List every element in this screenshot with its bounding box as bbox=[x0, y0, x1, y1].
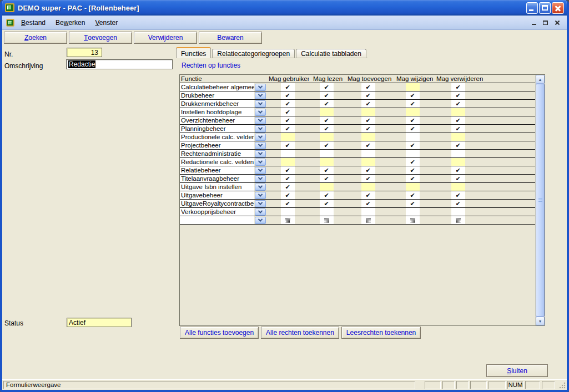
row-dropdown-button[interactable] bbox=[255, 200, 266, 207]
tab-relatiecategoriegroepen[interactable]: Relatiecategoriegroepen bbox=[212, 49, 295, 58]
perm-cell-mag-gebruiken[interactable] bbox=[266, 141, 309, 149]
mdi-close-icon[interactable] bbox=[555, 20, 560, 26]
perm-cell-mag-gebruiken[interactable] bbox=[266, 116, 309, 124]
perm-cell-mag-verwijderen[interactable] bbox=[433, 91, 483, 99]
perm-cell-mag-verwijderen[interactable] bbox=[433, 158, 483, 166]
perm-cell-mag-gebruiken[interactable] bbox=[266, 133, 309, 141]
verwijderen-button[interactable]: Verwijderen bbox=[134, 32, 197, 44]
perm-cell-mag-toevoegen[interactable] bbox=[344, 141, 392, 149]
zoeken-button[interactable]: Zoeken bbox=[4, 32, 67, 44]
perm-cell-mag-toevoegen[interactable] bbox=[344, 175, 392, 182]
tab-functies[interactable]: Functies bbox=[176, 47, 211, 58]
omschrijving-field[interactable]: Redactie bbox=[66, 59, 173, 69]
perm-cell-mag-toevoegen[interactable] bbox=[344, 208, 392, 216]
row-dropdown-button[interactable] bbox=[255, 117, 266, 124]
row-dropdown-button[interactable] bbox=[255, 150, 266, 157]
perm-cell-mag-toevoegen[interactable] bbox=[344, 133, 392, 141]
close-button[interactable] bbox=[552, 2, 564, 14]
perm-cell-mag-toevoegen[interactable] bbox=[344, 108, 392, 116]
perm-cell-mag-verwijderen[interactable] bbox=[433, 191, 483, 199]
perm-cell-mag-verwijderen[interactable] bbox=[433, 125, 483, 133]
perm-cell-mag-wijzigen[interactable] bbox=[392, 133, 433, 141]
resize-grip-icon[interactable] bbox=[558, 381, 566, 389]
perm-cell-mag-lezen[interactable] bbox=[309, 150, 344, 157]
perm-cell-mag-lezen[interactable] bbox=[309, 158, 344, 166]
perm-cell-mag-wijzigen[interactable] bbox=[392, 125, 433, 133]
perm-cell-mag-toevoegen[interactable] bbox=[344, 116, 392, 124]
perm-cell-mag-wijzigen[interactable] bbox=[392, 91, 433, 99]
tab-calculatie-tabbladen[interactable]: Calculatie tabbladen bbox=[296, 49, 366, 58]
row-dropdown-button[interactable] bbox=[255, 142, 266, 149]
perm-cell-mag-toevoegen[interactable] bbox=[344, 91, 392, 99]
perm-cell-mag-toevoegen[interactable] bbox=[344, 183, 392, 191]
perm-cell-mag-wijzigen[interactable] bbox=[392, 158, 433, 166]
perm-cell-mag-wijzigen[interactable] bbox=[392, 108, 433, 116]
perm-cell-mag-lezen[interactable] bbox=[309, 175, 344, 182]
row-dropdown-button[interactable] bbox=[255, 208, 266, 216]
perm-cell-mag-wijzigen[interactable] bbox=[392, 208, 433, 216]
scrollbar-thumb[interactable] bbox=[536, 84, 545, 317]
perm-cell-mag-lezen[interactable] bbox=[309, 108, 344, 116]
perm-cell-mag-gebruiken[interactable] bbox=[266, 208, 309, 216]
minimize-button[interactable] bbox=[526, 2, 538, 14]
perm-cell-mag-verwijderen[interactable] bbox=[433, 150, 483, 157]
perm-cell-mag-wijzigen[interactable] bbox=[392, 100, 433, 108]
alle-functies-toevoegen-button[interactable]: Alle functies toevoegen bbox=[180, 327, 259, 339]
perm-cell-mag-gebruiken[interactable] bbox=[266, 166, 309, 174]
perm-cell-mag-toevoegen[interactable] bbox=[344, 83, 392, 91]
perm-cell-mag-gebruiken[interactable] bbox=[266, 83, 309, 91]
perm-cell-mag-lezen[interactable] bbox=[309, 100, 344, 108]
perm-cell-mag-lezen[interactable] bbox=[309, 125, 344, 133]
scroll-down-icon[interactable]: ▼ bbox=[536, 317, 545, 325]
perm-cell-mag-gebruiken[interactable] bbox=[266, 216, 309, 224]
row-dropdown-button[interactable] bbox=[255, 192, 266, 199]
perm-cell-mag-toevoegen[interactable] bbox=[344, 158, 392, 166]
perm-cell-mag-wijzigen[interactable] bbox=[392, 200, 433, 207]
perm-cell-mag-verwijderen[interactable] bbox=[433, 166, 483, 174]
row-dropdown-button[interactable] bbox=[255, 134, 266, 141]
table-scrollbar[interactable]: ▲ ▼ bbox=[535, 75, 545, 325]
perm-cell-mag-verwijderen[interactable] bbox=[433, 183, 483, 191]
row-dropdown-button[interactable] bbox=[255, 125, 266, 133]
perm-cell-mag-verwijderen[interactable] bbox=[433, 83, 483, 91]
row-dropdown-button[interactable] bbox=[255, 100, 266, 108]
perm-cell-mag-gebruiken[interactable] bbox=[266, 108, 309, 116]
bewaren-button[interactable]: Bewaren bbox=[199, 32, 262, 44]
perm-cell-mag-wijzigen[interactable] bbox=[392, 183, 433, 191]
perm-cell-mag-wijzigen[interactable] bbox=[392, 83, 433, 91]
perm-cell-mag-lezen[interactable] bbox=[309, 91, 344, 99]
menu-item-venster[interactable]: Venster bbox=[90, 17, 123, 28]
maximize-button[interactable] bbox=[539, 2, 551, 14]
perm-cell-mag-verwijderen[interactable] bbox=[433, 133, 483, 141]
perm-cell-mag-lezen[interactable] bbox=[309, 208, 344, 216]
perm-cell-mag-verwijderen[interactable] bbox=[433, 108, 483, 116]
perm-cell-mag-wijzigen[interactable] bbox=[392, 191, 433, 199]
perm-cell-mag-verwijderen[interactable] bbox=[433, 216, 483, 224]
perm-cell-mag-toevoegen[interactable] bbox=[344, 150, 392, 157]
row-dropdown-button[interactable] bbox=[255, 109, 266, 116]
perm-cell-mag-gebruiken[interactable] bbox=[266, 158, 309, 166]
status-field[interactable]: Actief bbox=[67, 318, 132, 327]
perm-cell-mag-lezen[interactable] bbox=[309, 216, 344, 224]
perm-cell-mag-gebruiken[interactable] bbox=[266, 175, 309, 182]
perm-cell-mag-gebruiken[interactable] bbox=[266, 100, 309, 108]
perm-cell-mag-lezen[interactable] bbox=[309, 83, 344, 91]
perm-cell-mag-verwijderen[interactable] bbox=[433, 208, 483, 216]
perm-cell-mag-toevoegen[interactable] bbox=[344, 191, 392, 199]
row-dropdown-button[interactable] bbox=[255, 159, 266, 166]
row-dropdown-button[interactable] bbox=[255, 175, 266, 182]
row-dropdown-button[interactable] bbox=[255, 217, 266, 224]
perm-cell-mag-lezen[interactable] bbox=[309, 141, 344, 149]
perm-cell-mag-lezen[interactable] bbox=[309, 200, 344, 207]
perm-cell-mag-lezen[interactable] bbox=[309, 183, 344, 191]
perm-cell-mag-lezen[interactable] bbox=[309, 133, 344, 141]
perm-cell-mag-gebruiken[interactable] bbox=[266, 183, 309, 191]
perm-cell-mag-gebruiken[interactable] bbox=[266, 200, 309, 207]
toevoegen-button[interactable]: Toevoegen bbox=[69, 32, 132, 44]
nr-field[interactable]: 13 bbox=[67, 48, 102, 57]
perm-cell-mag-verwijderen[interactable] bbox=[433, 200, 483, 207]
perm-cell-mag-verwijderen[interactable] bbox=[433, 141, 483, 149]
close-form-button[interactable]: Sluiten bbox=[486, 364, 548, 377]
perm-cell-mag-toevoegen[interactable] bbox=[344, 200, 392, 207]
menu-item-bestand[interactable]: Bestand bbox=[16, 17, 51, 28]
